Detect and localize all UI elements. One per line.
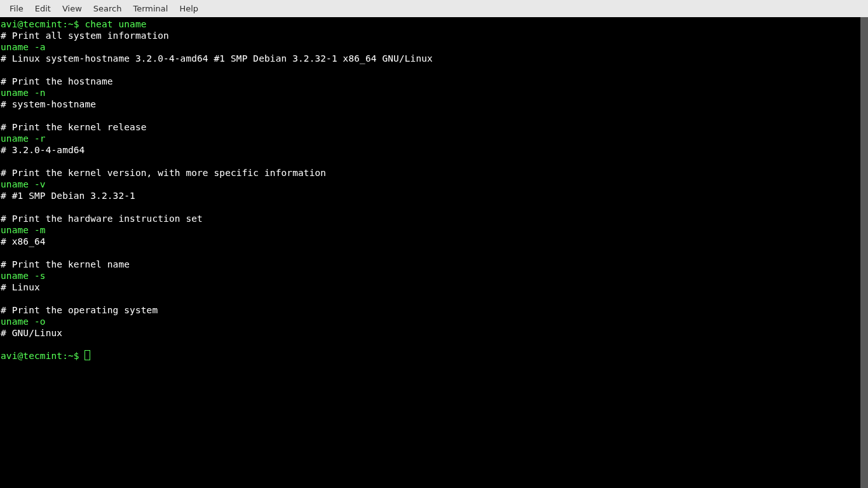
menu-search[interactable]: Search <box>88 1 128 16</box>
comment-output: # 3.2.0-4-amd64 <box>1 145 85 155</box>
terminal-line: # Print the hardware instruction set <box>1 213 867 224</box>
terminal-line: # Print the hostname <box>1 76 867 87</box>
terminal-area[interactable]: avi@tecmint:~$ cheat uname # Print all s… <box>0 17 868 488</box>
terminal-line: uname -s <box>1 270 867 281</box>
command-output: uname -m <box>1 225 46 235</box>
comment-output: # Print the operating system <box>1 305 158 315</box>
terminal-line: uname -a <box>1 41 867 53</box>
prompt-line-2: avi@tecmint:~$ <box>1 350 867 362</box>
cursor-icon <box>85 350 90 360</box>
menubar: File Edit View Search Terminal Help <box>0 0 868 17</box>
terminal-line: # #1 SMP Debian 3.2.32-1 <box>1 190 867 201</box>
comment-output: # Print the hardware instruction set <box>1 214 203 224</box>
terminal-line: # 3.2.0-4-amd64 <box>1 144 867 156</box>
command-output: uname -v <box>1 179 46 189</box>
terminal-line: # GNU/Linux <box>1 327 867 339</box>
terminal-line: # Print the kernel version, with more sp… <box>1 167 867 179</box>
menu-view[interactable]: View <box>57 1 88 16</box>
menu-edit[interactable]: Edit <box>29 1 57 16</box>
menu-terminal[interactable]: Terminal <box>127 1 173 16</box>
terminal-line: uname -m <box>1 224 867 236</box>
command-text: cheat uname <box>85 19 146 29</box>
terminal-line: # Print all system information <box>1 30 867 41</box>
scrollbar-thumb[interactable] <box>860 17 868 488</box>
menu-file[interactable]: File <box>4 1 29 16</box>
comment-output: # Print the hostname <box>1 76 113 86</box>
terminal-line: uname -o <box>1 316 867 327</box>
terminal-output: # Print all system informationuname -a# … <box>1 30 867 350</box>
comment-output: # Linux <box>1 282 40 292</box>
terminal-line: uname -r <box>1 133 867 144</box>
terminal-line: # x86_64 <box>1 236 867 247</box>
terminal-line <box>1 64 867 76</box>
command-output: uname -r <box>1 133 46 144</box>
comment-output: # Print the kernel name <box>1 259 130 269</box>
terminal-line: # Print the kernel release <box>1 121 867 133</box>
terminal-line: # system-hostname <box>1 98 867 110</box>
prompt-line-1: avi@tecmint:~$ cheat uname <box>1 18 867 30</box>
menu-help[interactable]: Help <box>173 1 204 16</box>
command-output: uname -o <box>1 316 46 327</box>
terminal-line <box>1 201 867 213</box>
terminal-line: # Print the operating system <box>1 304 867 316</box>
command-output: uname -s <box>1 271 46 281</box>
terminal-line: uname -v <box>1 179 867 190</box>
terminal-line <box>1 247 867 259</box>
terminal-line <box>1 293 867 304</box>
terminal-line <box>1 339 867 350</box>
comment-output: # x86_64 <box>1 236 46 247</box>
terminal-line <box>1 110 867 121</box>
comment-output: # #1 SMP Debian 3.2.32-1 <box>1 191 135 201</box>
terminal-line: # Linux system-hostname 3.2.0-4-amd64 #1… <box>1 53 867 64</box>
terminal-line: # Linux <box>1 281 867 293</box>
terminal-line: # Print the kernel name <box>1 259 867 270</box>
comment-output: # system-hostname <box>1 99 96 109</box>
comment-output: # Print the kernel release <box>1 122 147 132</box>
comment-output: # Print all system information <box>1 30 169 41</box>
comment-output: # GNU/Linux <box>1 328 62 338</box>
command-output: uname -n <box>1 88 46 98</box>
scrollbar[interactable] <box>860 17 868 488</box>
comment-output: # Print the kernel version, with more sp… <box>1 168 326 178</box>
terminal-line: uname -n <box>1 87 867 98</box>
prompt-text: avi@tecmint:~$ <box>1 19 85 29</box>
prompt-text: avi@tecmint:~$ <box>1 351 85 361</box>
command-output: uname -a <box>1 42 46 52</box>
terminal-line <box>1 156 867 167</box>
comment-output: # Linux system-hostname 3.2.0-4-amd64 #1… <box>1 53 433 64</box>
